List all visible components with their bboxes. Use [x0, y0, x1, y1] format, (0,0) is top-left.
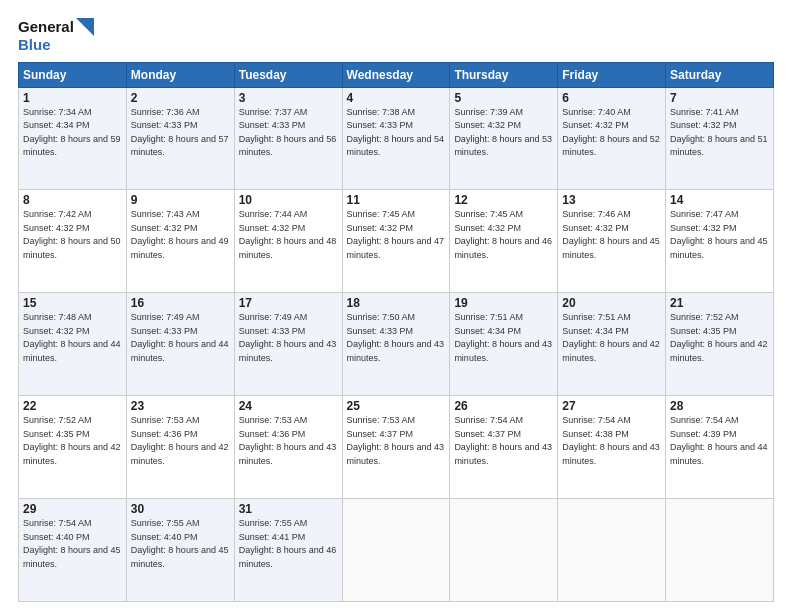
- calendar-cell: 28 Sunrise: 7:54 AMSunset: 4:39 PMDaylig…: [666, 396, 774, 499]
- calendar-cell: 17 Sunrise: 7:49 AMSunset: 4:33 PMDaylig…: [234, 293, 342, 396]
- day-info: Sunrise: 7:39 AMSunset: 4:32 PMDaylight:…: [454, 107, 552, 158]
- calendar-cell: 27 Sunrise: 7:54 AMSunset: 4:38 PMDaylig…: [558, 396, 666, 499]
- day-number: 18: [347, 296, 446, 310]
- day-info: Sunrise: 7:45 AMSunset: 4:32 PMDaylight:…: [454, 209, 552, 260]
- day-info: Sunrise: 7:55 AMSunset: 4:40 PMDaylight:…: [131, 518, 229, 569]
- day-number: 4: [347, 91, 446, 105]
- calendar-cell: 5 Sunrise: 7:39 AMSunset: 4:32 PMDayligh…: [450, 87, 558, 190]
- day-number: 11: [347, 193, 446, 207]
- day-number: 8: [23, 193, 122, 207]
- header: GeneralBlue: [18, 18, 774, 54]
- calendar-table: SundayMondayTuesdayWednesdayThursdayFrid…: [18, 62, 774, 602]
- day-info: Sunrise: 7:52 AMSunset: 4:35 PMDaylight:…: [670, 312, 768, 363]
- calendar-cell: 16 Sunrise: 7:49 AMSunset: 4:33 PMDaylig…: [126, 293, 234, 396]
- day-number: 9: [131, 193, 230, 207]
- calendar-cell: 15 Sunrise: 7:48 AMSunset: 4:32 PMDaylig…: [19, 293, 127, 396]
- day-info: Sunrise: 7:54 AMSunset: 4:38 PMDaylight:…: [562, 415, 660, 466]
- calendar-cell: 6 Sunrise: 7:40 AMSunset: 4:32 PMDayligh…: [558, 87, 666, 190]
- day-info: Sunrise: 7:49 AMSunset: 4:33 PMDaylight:…: [131, 312, 229, 363]
- calendar-cell: 19 Sunrise: 7:51 AMSunset: 4:34 PMDaylig…: [450, 293, 558, 396]
- calendar-cell: 26 Sunrise: 7:54 AMSunset: 4:37 PMDaylig…: [450, 396, 558, 499]
- day-number: 10: [239, 193, 338, 207]
- day-info: Sunrise: 7:52 AMSunset: 4:35 PMDaylight:…: [23, 415, 121, 466]
- calendar-cell: [666, 499, 774, 602]
- calendar-cell: 25 Sunrise: 7:53 AMSunset: 4:37 PMDaylig…: [342, 396, 450, 499]
- day-number: 31: [239, 502, 338, 516]
- calendar-cell: 29 Sunrise: 7:54 AMSunset: 4:40 PMDaylig…: [19, 499, 127, 602]
- day-number: 25: [347, 399, 446, 413]
- day-number: 26: [454, 399, 553, 413]
- weekday-header-tuesday: Tuesday: [234, 62, 342, 87]
- day-number: 20: [562, 296, 661, 310]
- day-number: 23: [131, 399, 230, 413]
- calendar-cell: [342, 499, 450, 602]
- logo-text: GeneralBlue: [18, 18, 94, 54]
- calendar-cell: 30 Sunrise: 7:55 AMSunset: 4:40 PMDaylig…: [126, 499, 234, 602]
- calendar-cell: 1 Sunrise: 7:34 AMSunset: 4:34 PMDayligh…: [19, 87, 127, 190]
- day-info: Sunrise: 7:46 AMSunset: 4:32 PMDaylight:…: [562, 209, 660, 260]
- calendar-cell: 24 Sunrise: 7:53 AMSunset: 4:36 PMDaylig…: [234, 396, 342, 499]
- day-info: Sunrise: 7:48 AMSunset: 4:32 PMDaylight:…: [23, 312, 121, 363]
- day-info: Sunrise: 7:45 AMSunset: 4:32 PMDaylight:…: [347, 209, 445, 260]
- day-info: Sunrise: 7:42 AMSunset: 4:32 PMDaylight:…: [23, 209, 121, 260]
- day-info: Sunrise: 7:51 AMSunset: 4:34 PMDaylight:…: [454, 312, 552, 363]
- calendar-cell: 4 Sunrise: 7:38 AMSunset: 4:33 PMDayligh…: [342, 87, 450, 190]
- day-info: Sunrise: 7:54 AMSunset: 4:40 PMDaylight:…: [23, 518, 121, 569]
- day-number: 24: [239, 399, 338, 413]
- calendar-cell: 7 Sunrise: 7:41 AMSunset: 4:32 PMDayligh…: [666, 87, 774, 190]
- calendar-page: GeneralBlue SundayMondayTuesdayWednesday…: [0, 0, 792, 612]
- day-number: 7: [670, 91, 769, 105]
- day-number: 3: [239, 91, 338, 105]
- day-info: Sunrise: 7:44 AMSunset: 4:32 PMDaylight:…: [239, 209, 337, 260]
- day-info: Sunrise: 7:36 AMSunset: 4:33 PMDaylight:…: [131, 107, 229, 158]
- calendar-cell: 23 Sunrise: 7:53 AMSunset: 4:36 PMDaylig…: [126, 396, 234, 499]
- day-number: 1: [23, 91, 122, 105]
- weekday-header-wednesday: Wednesday: [342, 62, 450, 87]
- day-info: Sunrise: 7:55 AMSunset: 4:41 PMDaylight:…: [239, 518, 337, 569]
- day-info: Sunrise: 7:34 AMSunset: 4:34 PMDaylight:…: [23, 107, 121, 158]
- weekday-header-thursday: Thursday: [450, 62, 558, 87]
- day-info: Sunrise: 7:38 AMSunset: 4:33 PMDaylight:…: [347, 107, 445, 158]
- day-number: 12: [454, 193, 553, 207]
- day-info: Sunrise: 7:43 AMSunset: 4:32 PMDaylight:…: [131, 209, 229, 260]
- weekday-header-friday: Friday: [558, 62, 666, 87]
- calendar-cell: 8 Sunrise: 7:42 AMSunset: 4:32 PMDayligh…: [19, 190, 127, 293]
- calendar-cell: [450, 499, 558, 602]
- day-number: 17: [239, 296, 338, 310]
- calendar-cell: 21 Sunrise: 7:52 AMSunset: 4:35 PMDaylig…: [666, 293, 774, 396]
- calendar-cell: [558, 499, 666, 602]
- calendar-cell: 3 Sunrise: 7:37 AMSunset: 4:33 PMDayligh…: [234, 87, 342, 190]
- day-number: 16: [131, 296, 230, 310]
- calendar-cell: 10 Sunrise: 7:44 AMSunset: 4:32 PMDaylig…: [234, 190, 342, 293]
- day-info: Sunrise: 7:54 AMSunset: 4:37 PMDaylight:…: [454, 415, 552, 466]
- day-info: Sunrise: 7:53 AMSunset: 4:37 PMDaylight:…: [347, 415, 445, 466]
- weekday-header-sunday: Sunday: [19, 62, 127, 87]
- day-info: Sunrise: 7:41 AMSunset: 4:32 PMDaylight:…: [670, 107, 768, 158]
- calendar-cell: 9 Sunrise: 7:43 AMSunset: 4:32 PMDayligh…: [126, 190, 234, 293]
- day-number: 22: [23, 399, 122, 413]
- day-info: Sunrise: 7:51 AMSunset: 4:34 PMDaylight:…: [562, 312, 660, 363]
- day-info: Sunrise: 7:47 AMSunset: 4:32 PMDaylight:…: [670, 209, 768, 260]
- day-info: Sunrise: 7:40 AMSunset: 4:32 PMDaylight:…: [562, 107, 660, 158]
- day-info: Sunrise: 7:37 AMSunset: 4:33 PMDaylight:…: [239, 107, 337, 158]
- day-number: 29: [23, 502, 122, 516]
- day-number: 27: [562, 399, 661, 413]
- calendar-cell: 20 Sunrise: 7:51 AMSunset: 4:34 PMDaylig…: [558, 293, 666, 396]
- calendar-cell: 11 Sunrise: 7:45 AMSunset: 4:32 PMDaylig…: [342, 190, 450, 293]
- calendar-cell: 2 Sunrise: 7:36 AMSunset: 4:33 PMDayligh…: [126, 87, 234, 190]
- day-number: 14: [670, 193, 769, 207]
- logo-triangle-icon: [76, 18, 94, 36]
- weekday-header-monday: Monday: [126, 62, 234, 87]
- day-number: 21: [670, 296, 769, 310]
- day-number: 28: [670, 399, 769, 413]
- logo-general: General: [18, 19, 74, 36]
- logo-blue: Blue: [18, 36, 51, 53]
- day-info: Sunrise: 7:50 AMSunset: 4:33 PMDaylight:…: [347, 312, 445, 363]
- calendar-cell: 13 Sunrise: 7:46 AMSunset: 4:32 PMDaylig…: [558, 190, 666, 293]
- calendar-cell: 22 Sunrise: 7:52 AMSunset: 4:35 PMDaylig…: [19, 396, 127, 499]
- day-number: 15: [23, 296, 122, 310]
- weekday-header-saturday: Saturday: [666, 62, 774, 87]
- svg-marker-0: [76, 18, 94, 36]
- day-number: 6: [562, 91, 661, 105]
- day-info: Sunrise: 7:53 AMSunset: 4:36 PMDaylight:…: [239, 415, 337, 466]
